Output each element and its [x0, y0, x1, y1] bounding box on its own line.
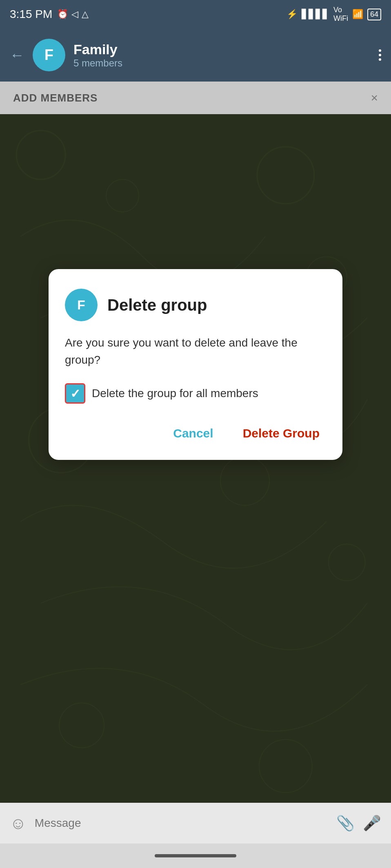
status-right: ⚡ ▋▋▋▋ VoWiFi 📶 64 [287, 6, 381, 23]
wifi-icon: 📶 [352, 9, 363, 20]
adaway-icon: △ [82, 9, 89, 20]
dialog-avatar: F [65, 289, 98, 321]
home-bar [155, 854, 236, 857]
checkbox-label: Delete the group for all members [92, 387, 258, 400]
delete-group-dialog: F Delete group Are you sure you want to … [49, 269, 342, 460]
avatar-letter: F [44, 46, 53, 64]
dialog-header: F Delete group [65, 289, 326, 321]
status-icons: ⏰ ◁ △ [57, 9, 89, 20]
mic-icon[interactable]: 🎤 [363, 815, 381, 832]
dialog-title: Delete group [107, 296, 207, 314]
checkmark-icon: ✓ [70, 387, 80, 401]
vowifi-icon: VoWiFi [333, 6, 348, 23]
message-input[interactable] [35, 817, 328, 830]
checkbox-row: ✓ Delete the group for all members [65, 383, 326, 404]
home-indicator [0, 844, 391, 868]
dialog-avatar-letter: F [77, 298, 85, 313]
attach-icon[interactable]: 📎 [336, 815, 355, 832]
dot3 [379, 58, 381, 61]
add-members-close[interactable]: × [371, 91, 378, 105]
status-left: 3:15 PM ⏰ ◁ △ [10, 8, 89, 21]
delete-all-checkbox[interactable]: ✓ [65, 383, 85, 404]
dialog-actions: Cancel Delete Group [65, 423, 326, 444]
group-avatar: F [33, 39, 65, 71]
add-members-bar: ADD MEMBERS × [0, 82, 391, 114]
emoji-button[interactable]: ☺ [10, 814, 27, 833]
battery-level: 64 [370, 10, 378, 19]
alarm-icon: ⏰ [57, 9, 68, 20]
back-button[interactable]: ← [10, 46, 24, 64]
delete-group-button[interactable]: Delete Group [236, 423, 326, 444]
group-members: 5 members [73, 57, 379, 69]
dot2 [379, 54, 381, 56]
battery-indicator: 64 [367, 9, 381, 20]
dot1 [379, 49, 381, 52]
more-button[interactable] [379, 49, 381, 61]
bluetooth-icon: ⚡ [287, 9, 298, 20]
signal-icon: ▋▋▋▋ [302, 9, 329, 20]
message-bar: ☺ 📎 🎤 [0, 803, 391, 844]
group-info: Family 5 members [73, 42, 379, 69]
status-bar: 3:15 PM ⏰ ◁ △ ⚡ ▋▋▋▋ VoWiFi 📶 64 [0, 0, 391, 29]
location-icon: ◁ [71, 9, 78, 20]
cancel-button[interactable]: Cancel [167, 423, 220, 444]
group-name: Family [73, 42, 379, 57]
status-time: 3:15 PM [10, 8, 52, 21]
add-members-label: ADD MEMBERS [13, 92, 98, 104]
app-header: ← F Family 5 members [0, 29, 391, 82]
dialog-message: Are you sure you want to delete and leav… [65, 334, 326, 369]
